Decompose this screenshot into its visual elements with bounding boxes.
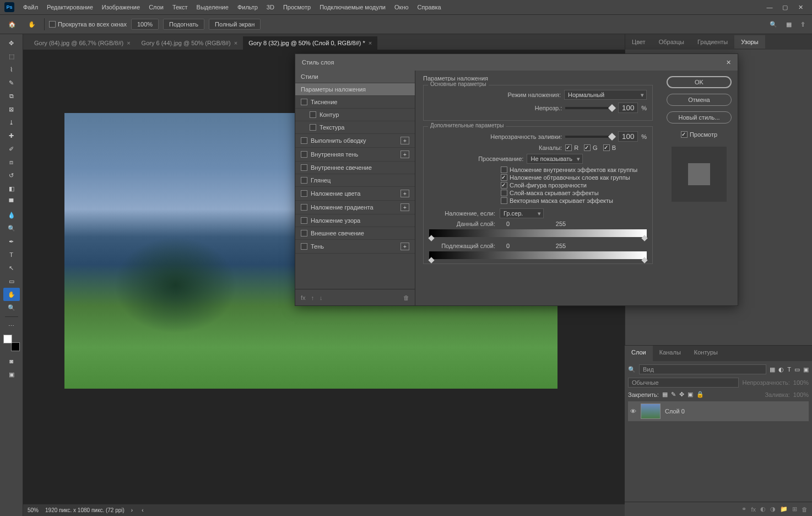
preview-checkbox[interactable]: Просмотр: [681, 131, 717, 138]
add-effect-icon[interactable]: +: [400, 203, 409, 211]
trash-icon[interactable]: 🗑: [802, 506, 808, 513]
close-icon[interactable]: ×: [234, 40, 237, 46]
cb-clipped-layers[interactable]: Наложение обтравочных слоев как группы: [501, 174, 647, 181]
layer-item[interactable]: 👁 Слой 0: [628, 401, 809, 421]
styles-header[interactable]: Стили: [295, 71, 415, 83]
link-icon[interactable]: ⚭: [741, 506, 746, 513]
healing-tool[interactable]: ✚: [3, 129, 20, 142]
effect-checkbox[interactable]: [301, 243, 307, 250]
this-layer-gradient[interactable]: [429, 229, 647, 237]
group-icon[interactable]: 📁: [780, 506, 788, 513]
menu-выделение[interactable]: Выделение: [192, 2, 233, 13]
color-swatches[interactable]: [3, 335, 20, 351]
pen-tool[interactable]: ✒: [3, 235, 20, 248]
doc-info[interactable]: 1920 пикс. x 1080 пикс. (72 ppi): [45, 507, 124, 513]
menu-справка[interactable]: Справка: [413, 2, 446, 13]
brush-tool[interactable]: ✐: [3, 142, 20, 155]
blendif-dropdown[interactable]: Гр.сер.: [500, 208, 544, 218]
panel-tab[interactable]: Образцы: [652, 35, 691, 49]
channel-b-checkbox[interactable]: B: [603, 144, 616, 151]
effect-row[interactable]: Наложение градиента+: [295, 201, 415, 214]
document-tab[interactable]: Gory (84).jpg @ 66,7% (RGB/8#)×: [29, 36, 136, 50]
effect-checkbox[interactable]: [301, 204, 307, 211]
adjustment-icon[interactable]: ◑: [770, 506, 776, 513]
panel-tab[interactable]: Узоры: [734, 35, 765, 49]
history-brush-tool[interactable]: ↺: [3, 169, 20, 182]
fill-opacity-input[interactable]: [618, 131, 638, 142]
gradient-tool[interactable]: ▀: [3, 195, 20, 208]
layers-tab[interactable]: Контуры: [688, 346, 724, 361]
blend-mode-dropdown[interactable]: Нормальный: [564, 90, 647, 100]
lock-brush-icon[interactable]: ✎: [671, 391, 676, 398]
eyedropper-tool[interactable]: ⤓: [3, 116, 20, 129]
fill-opacity-slider[interactable]: [565, 136, 615, 138]
effect-checkbox[interactable]: [301, 99, 307, 105]
scroll-all-windows-checkbox[interactable]: Прокрутка во всех окнах: [49, 21, 127, 28]
window-minimize[interactable]: —: [762, 2, 777, 12]
effect-row[interactable]: Тень+: [295, 240, 415, 254]
home-icon[interactable]: 🏠: [4, 18, 20, 31]
cb-vector-mask-hides[interactable]: Векторная маска скрывает эффекты: [501, 197, 647, 204]
close-icon[interactable]: ✕: [726, 59, 731, 66]
effect-row[interactable]: Контур: [295, 109, 415, 121]
cb-layer-mask-hides[interactable]: Слой-маска скрывает эффекты: [501, 190, 647, 196]
menu-изображение[interactable]: Изображение: [98, 2, 144, 13]
fx-menu-icon[interactable]: fx: [301, 294, 306, 301]
effect-checkbox[interactable]: [310, 111, 316, 118]
quick-mask-icon[interactable]: ◙: [3, 354, 20, 368]
cancel-button[interactable]: Отмена: [667, 94, 732, 106]
blending-options-row[interactable]: Параметры наложения: [295, 83, 415, 96]
opacity-input[interactable]: [618, 103, 638, 113]
filter-adjust-icon[interactable]: ◐: [778, 366, 784, 373]
blur-tool[interactable]: 💧: [3, 208, 20, 222]
effect-checkbox[interactable]: [301, 164, 307, 171]
stamp-tool[interactable]: ⧈: [3, 155, 20, 169]
window-close[interactable]: ✕: [793, 2, 808, 12]
add-effect-icon[interactable]: +: [400, 150, 409, 158]
chevron-right-icon[interactable]: ›: [131, 507, 133, 513]
dialog-titlebar[interactable]: Стиль слоя ✕: [295, 54, 738, 71]
layer-filter-kind[interactable]: Вид: [639, 364, 766, 374]
share-icon[interactable]: ⇪: [798, 19, 808, 30]
ok-button[interactable]: OK: [667, 76, 732, 88]
add-effect-icon[interactable]: +: [400, 137, 409, 144]
crop-tool[interactable]: ⧉: [3, 89, 20, 103]
menu-фильтр[interactable]: Фильтр: [233, 2, 262, 13]
lock-pixels-icon[interactable]: ▦: [662, 391, 668, 398]
add-effect-icon[interactable]: +: [400, 190, 409, 197]
workspace-icon[interactable]: ▦: [784, 19, 794, 30]
menu-просмотр[interactable]: Просмотр: [279, 2, 315, 13]
effect-checkbox[interactable]: [301, 190, 307, 197]
under-layer-gradient[interactable]: [429, 251, 647, 259]
trash-icon[interactable]: 🗑: [403, 294, 409, 301]
document-tab[interactable]: Gory 6 (44).jpg @ 50% (RGB/8#)×: [136, 36, 243, 50]
menu-подключаемые модули[interactable]: Подключаемые модули: [315, 2, 390, 13]
type-tool[interactable]: T: [3, 248, 20, 261]
effect-row[interactable]: Текстура: [295, 121, 415, 134]
move-tool[interactable]: ✥: [3, 36, 20, 50]
add-effect-icon[interactable]: +: [400, 243, 409, 250]
marquee-tool[interactable]: ⬚: [3, 50, 20, 63]
menu-3d[interactable]: 3D: [262, 2, 279, 13]
mask-icon[interactable]: ◐: [760, 506, 766, 513]
effect-checkbox[interactable]: [301, 217, 307, 224]
fullscreen-button[interactable]: Полный экран: [209, 19, 261, 30]
effect-row[interactable]: Наложение цвета+: [295, 187, 415, 201]
close-icon[interactable]: ×: [369, 40, 372, 46]
path-select-tool[interactable]: ↖: [3, 261, 20, 275]
opacity-slider[interactable]: [565, 107, 615, 109]
effect-row[interactable]: Глянец: [295, 174, 415, 187]
frame-tool[interactable]: ⊠: [3, 103, 20, 116]
visibility-icon[interactable]: 👁: [630, 408, 636, 415]
layers-tab[interactable]: Каналы: [653, 346, 688, 361]
new-style-button[interactable]: Новый стиль...: [667, 111, 732, 123]
fx-icon[interactable]: fx: [751, 506, 756, 513]
layer-thumbnail[interactable]: [641, 404, 661, 419]
filter-shape-icon[interactable]: ▭: [794, 366, 800, 373]
up-arrow-icon[interactable]: ↑: [311, 294, 315, 301]
zoom-readout[interactable]: 50%: [28, 507, 39, 513]
effect-checkbox[interactable]: [301, 151, 307, 158]
effect-checkbox[interactable]: [301, 230, 307, 237]
opacity-value[interactable]: 100%: [793, 379, 809, 386]
effect-row[interactable]: Тиснение: [295, 96, 415, 109]
